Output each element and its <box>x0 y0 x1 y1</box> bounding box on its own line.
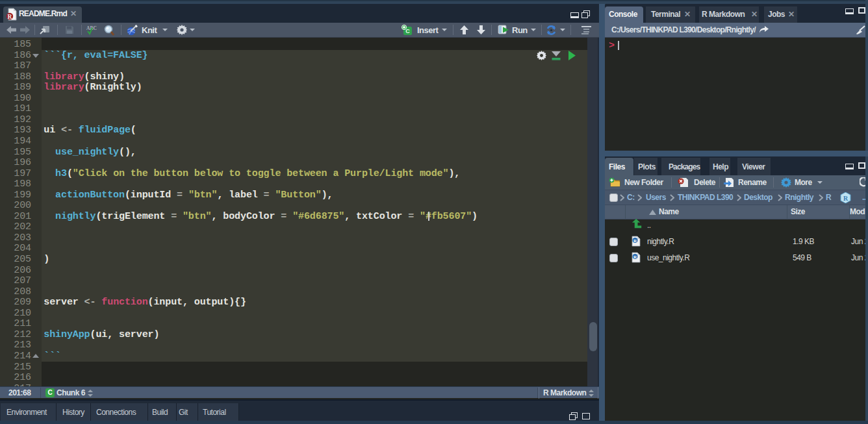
svg-text:R: R <box>8 14 12 20</box>
svg-text:R: R <box>843 195 849 202</box>
svg-text:C: C <box>405 28 410 34</box>
